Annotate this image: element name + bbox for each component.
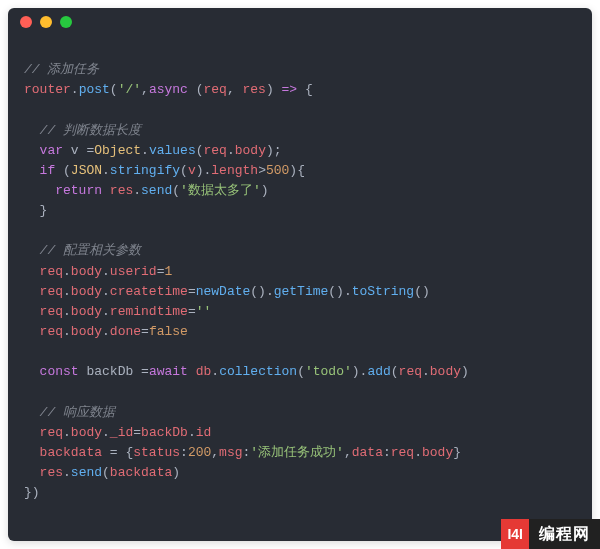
- prop: body: [235, 143, 266, 158]
- string: '数据太多了': [180, 183, 261, 198]
- keyword: var: [40, 143, 63, 158]
- minimize-icon[interactable]: [40, 16, 52, 28]
- titlebar: [8, 8, 592, 36]
- ident: req: [40, 304, 63, 319]
- method: values: [149, 143, 196, 158]
- method: stringify: [110, 163, 180, 178]
- ident: db: [196, 364, 212, 379]
- ident: backDb: [141, 425, 188, 440]
- comment: // 响应数据: [40, 405, 115, 420]
- method: add: [367, 364, 390, 379]
- prop: body: [422, 445, 453, 460]
- watermark: I4I 编程网: [501, 519, 600, 549]
- method: post: [79, 82, 110, 97]
- prop: remindtime: [110, 304, 188, 319]
- code-area: // 添加任务 router.post('/',async (req, res)…: [8, 36, 592, 519]
- prop: status: [133, 445, 180, 460]
- keyword: return: [55, 183, 102, 198]
- method: getTime: [274, 284, 329, 299]
- keyword: async: [149, 82, 188, 97]
- close-icon[interactable]: [20, 16, 32, 28]
- string: 'todo': [305, 364, 352, 379]
- prop: data: [352, 445, 383, 460]
- prop: id: [196, 425, 212, 440]
- ident: req: [40, 264, 63, 279]
- comment: // 判断数据长度: [40, 123, 141, 138]
- class: Object: [94, 143, 141, 158]
- prop: body: [71, 304, 102, 319]
- prop: body: [71, 425, 102, 440]
- ident: v: [188, 163, 196, 178]
- ident: backdata: [110, 465, 172, 480]
- watermark-text: 编程网: [529, 519, 600, 549]
- prop: body: [71, 264, 102, 279]
- string: '/': [118, 82, 141, 97]
- prop: length: [211, 163, 258, 178]
- ident: router: [24, 82, 71, 97]
- editor-window: // 添加任务 router.post('/',async (req, res)…: [8, 8, 592, 541]
- ident: req: [40, 324, 63, 339]
- class: JSON: [71, 163, 102, 178]
- ident: req: [399, 364, 422, 379]
- number: 1: [164, 264, 172, 279]
- prop: userid: [110, 264, 157, 279]
- string: '添加任务成功': [250, 445, 344, 460]
- method: collection: [219, 364, 297, 379]
- comment: // 添加任务: [24, 62, 99, 77]
- method: send: [71, 465, 102, 480]
- prop: msg: [219, 445, 242, 460]
- prop: body: [71, 284, 102, 299]
- prop: createtime: [110, 284, 188, 299]
- maximize-icon[interactable]: [60, 16, 72, 28]
- watermark-logo: I4I: [501, 519, 529, 549]
- ident: req: [204, 143, 227, 158]
- ident: req: [391, 445, 414, 460]
- ident: req: [40, 284, 63, 299]
- comment: // 配置相关参数: [40, 243, 141, 258]
- param: res: [243, 82, 266, 97]
- keyword: if: [40, 163, 56, 178]
- var: v: [71, 143, 79, 158]
- method: toString: [352, 284, 414, 299]
- var: backDb: [86, 364, 133, 379]
- ident: backdata: [40, 445, 102, 460]
- prop: _id: [110, 425, 133, 440]
- prop: done: [110, 324, 141, 339]
- method: send: [141, 183, 172, 198]
- ident: req: [40, 425, 63, 440]
- param: req: [204, 82, 227, 97]
- number: 200: [188, 445, 211, 460]
- number: 500: [266, 163, 289, 178]
- keyword: const: [40, 364, 79, 379]
- string: '': [196, 304, 212, 319]
- bool: false: [149, 324, 188, 339]
- ident: res: [110, 183, 133, 198]
- prop: body: [430, 364, 461, 379]
- method: newDate: [196, 284, 251, 299]
- ident: res: [40, 465, 63, 480]
- keyword: await: [149, 364, 188, 379]
- prop: body: [71, 324, 102, 339]
